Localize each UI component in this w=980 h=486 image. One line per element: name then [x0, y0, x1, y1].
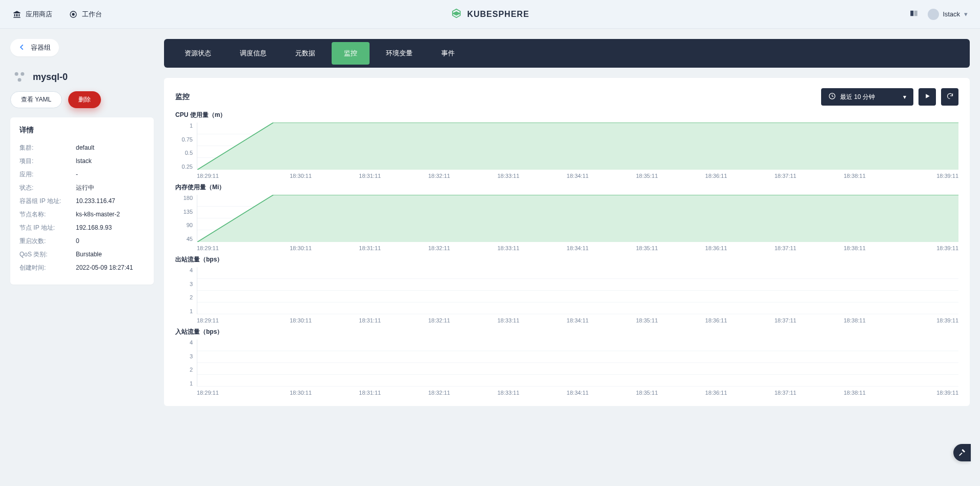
chart-title: 内存使用量（Mi） — [175, 183, 958, 192]
tab-事件[interactable]: 事件 — [429, 42, 467, 65]
detail-row: 项目:lstack — [19, 154, 145, 168]
monitor-panel: 监控 最近 10 分钟 ▾ — [164, 78, 970, 406]
chart-plot — [197, 339, 958, 387]
detail-value: 0 — [76, 234, 79, 248]
chart-2: 出站流量（bps）432118:29:1118:30:1118:31:1118:… — [175, 255, 958, 323]
workbench-icon — [69, 10, 78, 19]
refresh-button[interactable] — [941, 88, 958, 106]
svg-marker-8 — [926, 94, 930, 98]
view-yaml-button[interactable]: 查看 YAML — [10, 91, 62, 108]
pod-icon — [12, 70, 27, 84]
detail-row: 节点 IP 地址:192.168.9.93 — [19, 221, 145, 234]
y-axis: 4321 — [175, 267, 197, 314]
detail-row: 容器组 IP 地址:10.233.116.47 — [19, 194, 145, 208]
detail-row: QoS 类别:Burstable — [19, 248, 145, 261]
chart-1: 内存使用量（Mi）180135904518:29:1118:30:1118:31… — [175, 183, 958, 251]
brand[interactable]: KUBESPHERE — [451, 8, 529, 21]
time-range-label: 最近 10 分钟 — [840, 93, 875, 102]
detail-key: 重启次数: — [19, 234, 76, 248]
detail-value: 192.168.9.93 — [76, 221, 112, 234]
nav-app-store-label: 应用商店 — [26, 10, 52, 19]
y-axis: 4321 — [175, 339, 197, 387]
detail-key: 节点名称: — [19, 208, 76, 221]
tab-环境变量[interactable]: 环境变量 — [374, 42, 425, 65]
y-axis: 10.750.50.25 — [175, 123, 197, 170]
nav-app-store[interactable]: 应用商店 — [12, 10, 52, 19]
delete-button[interactable]: 删除 — [68, 91, 101, 108]
detail-value: 2022-05-09 18:27:41 — [76, 261, 133, 274]
y-axis: 1801359045 — [175, 195, 197, 242]
chevron-down-icon: ▾ — [903, 93, 906, 100]
back-icon — [18, 44, 26, 52]
x-axis: 18:29:1118:30:1118:31:1118:32:1118:33:11… — [175, 245, 958, 251]
detail-key: 创建时间: — [19, 261, 76, 274]
details-title: 详情 — [19, 126, 145, 135]
chart-plot — [197, 267, 958, 314]
detail-key: QoS 类别: — [19, 248, 76, 261]
detail-value: - — [76, 168, 78, 181]
detail-key: 状态: — [19, 181, 76, 194]
detail-value: Burstable — [76, 248, 102, 261]
main: 资源状态调度信息元数据监控环境变量事件 监控 最近 10 分钟 ▾ — [164, 39, 970, 406]
x-axis: 18:29:1118:30:1118:31:1118:32:1118:33:11… — [175, 317, 958, 323]
nav-workbench[interactable]: 工作台 — [69, 10, 102, 19]
svg-point-4 — [15, 72, 18, 76]
tab-元数据[interactable]: 元数据 — [283, 42, 328, 65]
tab-调度信息[interactable]: 调度信息 — [228, 42, 279, 65]
breadcrumb-label: 容器组 — [31, 43, 51, 52]
svg-point-1 — [72, 13, 74, 15]
user-menu[interactable]: lstack ▾ — [928, 9, 968, 20]
x-axis: 18:29:1118:30:1118:31:1118:32:1118:33:11… — [175, 390, 958, 396]
page-title: mysql-0 — [12, 70, 154, 84]
svg-rect-3 — [914, 10, 917, 16]
detail-key: 容器组 IP 地址: — [19, 194, 76, 208]
brand-text: KUBESPHERE — [467, 10, 529, 19]
pod-name: mysql-0 — [33, 72, 68, 83]
details-card: 详情 集群:default项目:lstack应用:-状态:运行中容器组 IP 地… — [10, 117, 154, 285]
detail-row: 集群:default — [19, 141, 145, 154]
detail-row: 状态:运行中 — [19, 181, 145, 194]
svg-point-5 — [21, 72, 24, 76]
detail-key: 集群: — [19, 141, 76, 154]
detail-row: 创建时间:2022-05-09 18:27:41 — [19, 261, 145, 274]
avatar-icon — [928, 9, 939, 20]
detail-key: 节点 IP 地址: — [19, 221, 76, 234]
detail-value: ks-k8s-master-2 — [76, 208, 120, 221]
flag-icon[interactable] — [909, 9, 918, 20]
breadcrumb[interactable]: 容器组 — [10, 39, 59, 56]
kubesphere-logo-icon — [451, 8, 462, 21]
chart-plot — [197, 195, 958, 242]
username: lstack — [943, 10, 960, 18]
detail-value: 10.233.116.47 — [76, 194, 115, 208]
svg-rect-2 — [910, 10, 913, 16]
detail-value: default — [76, 141, 94, 154]
sidebar: 容器组 mysql-0 查看 YAML 删除 详情 集群:default项目:l… — [10, 39, 154, 285]
chart-title: 出站流量（bps） — [175, 255, 958, 264]
svg-point-6 — [18, 78, 22, 82]
detail-row: 节点名称:ks-k8s-master-2 — [19, 208, 145, 221]
tab-监控[interactable]: 监控 — [332, 42, 370, 65]
chevron-down-icon: ▾ — [964, 10, 968, 18]
x-axis: 18:29:1118:30:1118:31:1118:32:1118:33:11… — [175, 173, 958, 179]
nav-workbench-label: 工作台 — [82, 10, 102, 19]
detail-value: lstack — [76, 154, 92, 168]
chart-title: CPU 使用量（m） — [175, 111, 958, 119]
chart-title: 入站流量（bps） — [175, 328, 958, 336]
panel-title: 监控 — [175, 92, 190, 102]
detail-key: 应用: — [19, 168, 76, 181]
tabs: 资源状态调度信息元数据监控环境变量事件 — [164, 39, 970, 68]
play-button[interactable] — [918, 88, 936, 106]
clock-icon — [828, 92, 836, 102]
chart-0: CPU 使用量（m）10.750.50.2518:29:1118:30:1118… — [175, 111, 958, 179]
detail-key: 项目: — [19, 154, 76, 168]
detail-value: 运行中 — [76, 181, 94, 194]
detail-row: 重启次数:0 — [19, 234, 145, 248]
play-icon — [924, 92, 931, 102]
detail-row: 应用:- — [19, 168, 145, 181]
tab-资源状态[interactable]: 资源状态 — [172, 42, 223, 65]
chart-3: 入站流量（bps）432118:29:1118:30:1118:31:1118:… — [175, 328, 958, 396]
topbar: 应用商店 工作台 KUBESPHERE lstack ▾ — [0, 0, 980, 29]
refresh-icon — [946, 92, 954, 102]
time-range-select[interactable]: 最近 10 分钟 ▾ — [821, 88, 913, 106]
store-icon — [12, 10, 22, 19]
